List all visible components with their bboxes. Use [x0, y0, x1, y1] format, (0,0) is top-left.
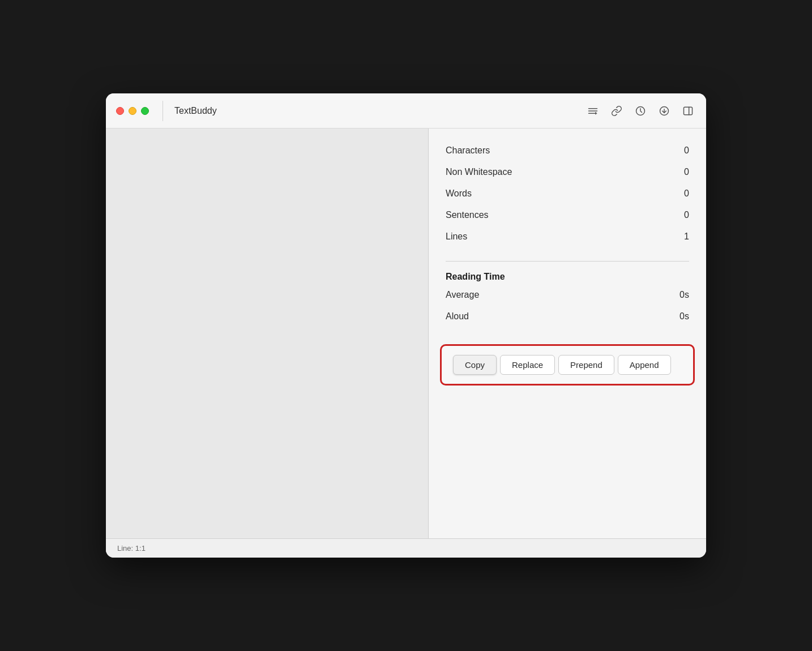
toolbar-icons [585, 103, 696, 119]
counts-section: Characters 0 Non Whitespace 0 Words 0 Se… [429, 129, 706, 259]
app-title: TextBuddy [174, 106, 585, 116]
download-icon[interactable] [656, 103, 672, 119]
characters-label: Characters [446, 145, 490, 156]
maximize-button[interactable] [141, 107, 149, 115]
non-whitespace-label: Non Whitespace [446, 167, 512, 177]
replace-button[interactable]: Replace [500, 355, 555, 375]
reading-time-section: Average 0s Aloud 0s [429, 284, 706, 339]
link-icon[interactable] [609, 103, 625, 119]
prepend-button[interactable]: Prepend [558, 355, 614, 375]
titlebar-divider [163, 101, 163, 121]
traffic-lights [116, 107, 149, 115]
words-label: Words [446, 189, 472, 199]
sentences-value: 0 [684, 210, 689, 220]
lines-value: 1 [684, 232, 689, 242]
aloud-row: Aloud 0s [446, 306, 689, 327]
average-label: Average [446, 290, 479, 300]
main-content: Characters 0 Non Whitespace 0 Words 0 Se… [106, 129, 706, 538]
action-buttons-area: Copy Replace Prepend Append [440, 344, 695, 386]
copy-button[interactable]: Copy [453, 355, 497, 375]
aloud-label: Aloud [446, 311, 469, 322]
sidebar-icon[interactable] [680, 103, 696, 119]
close-button[interactable] [116, 107, 124, 115]
characters-value: 0 [684, 145, 689, 156]
stats-panel: Characters 0 Non Whitespace 0 Words 0 Se… [429, 129, 706, 538]
non-whitespace-value: 0 [684, 167, 689, 177]
average-row: Average 0s [446, 284, 689, 306]
words-value: 0 [684, 189, 689, 199]
history-icon[interactable] [632, 103, 648, 119]
non-whitespace-row: Non Whitespace 0 [446, 161, 689, 183]
app-window: TextBuddy [106, 93, 706, 558]
svg-rect-8 [684, 107, 693, 114]
sentences-label: Sentences [446, 210, 489, 220]
text-editor-panel[interactable] [106, 129, 429, 538]
words-row: Words 0 [446, 183, 689, 204]
average-value: 0s [679, 290, 689, 300]
cursor-position: Line: 1:1 [117, 544, 146, 553]
format-list-icon[interactable] [585, 103, 601, 119]
status-bar: Line: 1:1 [106, 538, 706, 558]
reading-time-header: Reading Time [429, 264, 706, 284]
sentences-row: Sentences 0 [446, 204, 689, 226]
aloud-value: 0s [679, 311, 689, 322]
characters-row: Characters 0 [446, 140, 689, 161]
titlebar: TextBuddy [106, 93, 706, 129]
lines-label: Lines [446, 232, 467, 242]
minimize-button[interactable] [129, 107, 136, 115]
append-button[interactable]: Append [618, 355, 671, 375]
stats-divider [446, 261, 689, 262]
lines-row: Lines 1 [446, 226, 689, 247]
